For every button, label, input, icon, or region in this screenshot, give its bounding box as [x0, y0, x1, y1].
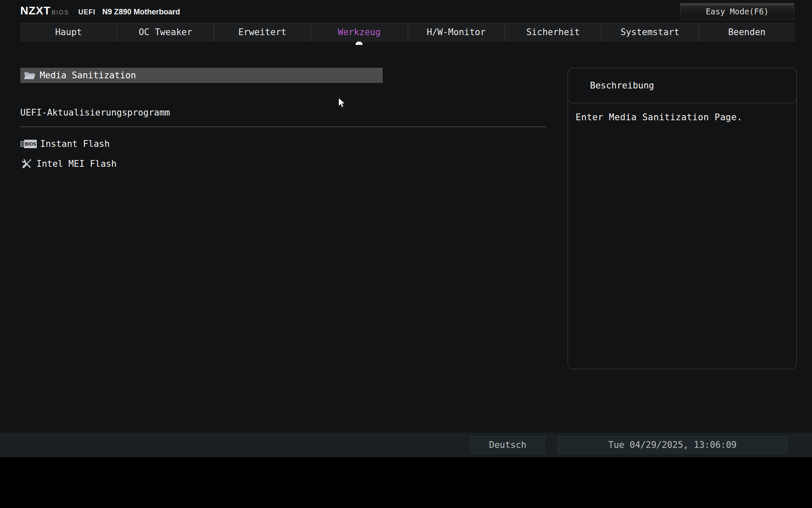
- bios-usb-icon: BIOS: [20, 139, 37, 149]
- top-bar: NZXT BIOS UEFI N9 Z890 Motherboard Easy …: [0, 0, 812, 22]
- tab-hw-monitor[interactable]: H/W-Monitor: [408, 23, 505, 41]
- instant-flash-label: Instant Flash: [40, 139, 110, 149]
- language-selector[interactable]: Deutsch: [470, 436, 545, 454]
- usb-body-part: BIOS: [24, 140, 37, 148]
- brand-bios-label: BIOS: [52, 9, 69, 16]
- intel-mei-flash-label: Intel MEI Flash: [36, 159, 117, 169]
- folder-icon: [24, 71, 36, 80]
- usb-plug-part: [20, 141, 24, 147]
- description-text: Enter Media Sanitization Page.: [576, 112, 790, 123]
- brand-logo: NZXT BIOS UEFI N9 Z890 Motherboard: [20, 4, 180, 17]
- datetime-display: Tue 04/29/2025, 13:06:09: [557, 436, 787, 454]
- firmware-label: UEFI: [78, 8, 95, 16]
- active-tab-indicator: [356, 41, 363, 45]
- status-bar: Deutsch Tue 04/29/2025, 13:06:09: [0, 433, 812, 457]
- tab-bar: Haupt OC Tweaker Erweitert Werkzeug H/W-…: [20, 23, 795, 41]
- tab-sicherheit[interactable]: Sicherheit: [505, 23, 601, 41]
- menu-item-media-sanitization[interactable]: Media Sanitization: [20, 68, 383, 83]
- tools-icon: [20, 157, 33, 170]
- media-sanitization-label: Media Sanitization: [40, 70, 136, 80]
- bottom-black-strip: [0, 457, 812, 508]
- section-divider: [20, 127, 546, 127]
- tab-erweitert[interactable]: Erweitert: [214, 23, 310, 41]
- tab-systemstart[interactable]: Systemstart: [601, 23, 698, 41]
- brand-name: NZXT: [20, 4, 51, 17]
- tab-beenden[interactable]: Beenden: [698, 23, 795, 41]
- menu-item-instant-flash[interactable]: BIOS Instant Flash: [20, 139, 110, 149]
- section-title: UEFI-Aktualisierungsprogramm: [20, 108, 170, 118]
- description-panel-header: Beschreibung: [568, 68, 797, 103]
- easy-mode-button[interactable]: Easy Mode(F6): [680, 3, 794, 20]
- tab-oc-tweaker[interactable]: OC Tweaker: [117, 23, 214, 41]
- description-panel: Beschreibung Enter Media Sanitization Pa…: [568, 68, 797, 369]
- mouse-cursor: [338, 97, 346, 110]
- bios-screen: NZXT BIOS UEFI N9 Z890 Motherboard Easy …: [0, 0, 812, 508]
- tab-werkzeug[interactable]: Werkzeug: [310, 23, 407, 41]
- motherboard-name: N9 Z890 Motherboard: [102, 8, 180, 17]
- description-panel-title: Beschreibung: [590, 80, 654, 91]
- menu-item-intel-mei-flash[interactable]: Intel MEI Flash: [20, 157, 117, 170]
- tab-haupt[interactable]: Haupt: [20, 23, 117, 41]
